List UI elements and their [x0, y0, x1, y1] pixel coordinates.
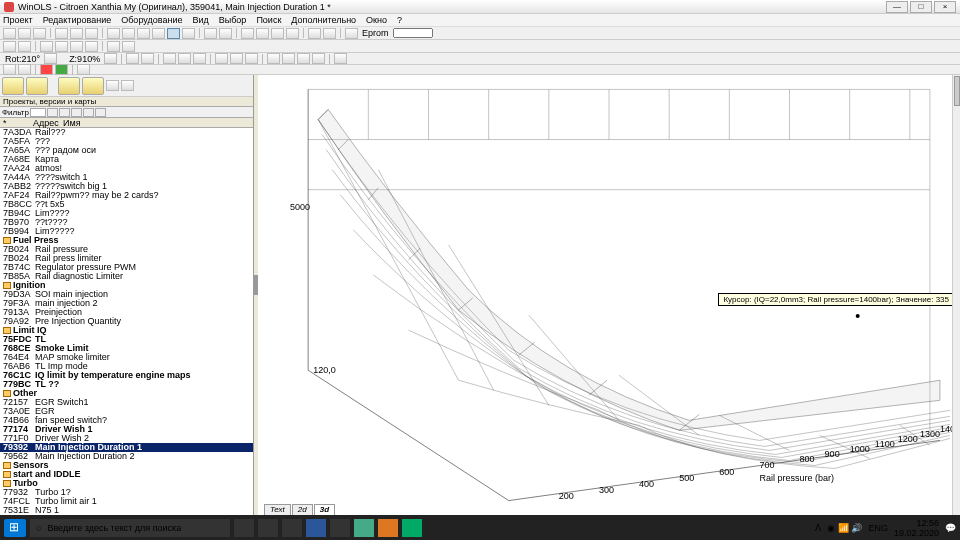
task-app3[interactable] — [354, 519, 374, 537]
menu-window[interactable]: Окно — [366, 15, 387, 25]
tree-item[interactable]: 7A3DARail??? — [0, 128, 253, 137]
t3-c[interactable] — [163, 53, 176, 64]
tree-folder[interactable]: start and IDDLE — [0, 470, 253, 479]
tree-item[interactable]: 7ABB2?????switch big 1 — [0, 182, 253, 191]
tool-first[interactable] — [107, 28, 120, 39]
3d-viewer[interactable]: 5000 120,0 Rail pressure (bar) 200300400… — [258, 75, 960, 515]
sb-folder4[interactable] — [82, 77, 104, 95]
tree-item[interactable]: 79D3ASOI main injection — [0, 290, 253, 299]
tool-a[interactable] — [204, 28, 217, 39]
tool-new[interactable] — [3, 28, 16, 39]
tool-cut[interactable] — [55, 28, 68, 39]
tree-folder[interactable]: Turbo — [0, 479, 253, 488]
taskbar-search[interactable]: ○Введите здесь текст для поиска — [30, 519, 230, 537]
t2-b[interactable] — [18, 41, 31, 52]
col-star[interactable]: * — [3, 118, 33, 127]
tool-prev[interactable] — [122, 28, 135, 39]
vscrollbar[interactable] — [952, 75, 960, 515]
tree-item[interactable]: 76C1CIQ limit by temperature engine maps — [0, 371, 253, 380]
menu-hardware[interactable]: Оборудование — [121, 15, 182, 25]
minimize-button[interactable]: — — [886, 1, 908, 13]
tree-item[interactable]: 7AA24atmos! — [0, 164, 253, 173]
t3-d[interactable] — [178, 53, 191, 64]
sb-folder2[interactable] — [26, 77, 48, 95]
filter-b5[interactable] — [95, 108, 106, 117]
t2-d[interactable] — [55, 41, 68, 52]
tree-item[interactable]: 764E4MAP smoke limiter — [0, 353, 253, 362]
tree-folder[interactable]: Limit IQ — [0, 326, 253, 335]
eprom-field[interactable] — [393, 28, 433, 38]
tree-item[interactable]: 7B024Rail press limiter — [0, 254, 253, 263]
task-cortana[interactable] — [234, 519, 254, 537]
tree-item[interactable]: 79562Main Injection Duration 2 — [0, 452, 253, 461]
tree-item[interactable]: 7B994Lim????? — [0, 227, 253, 236]
tool-stop[interactable] — [182, 28, 195, 39]
t3-a[interactable] — [126, 53, 139, 64]
t2-e[interactable] — [70, 41, 83, 52]
tree-item[interactable]: 779BCTL ?? — [0, 380, 253, 389]
t4-b[interactable] — [18, 64, 31, 75]
tool-g[interactable] — [308, 28, 321, 39]
t3-j[interactable] — [282, 53, 295, 64]
tree-item[interactable]: 73A0EEGR — [0, 407, 253, 416]
tool-play[interactable] — [137, 28, 150, 39]
t3-k[interactable] — [297, 53, 310, 64]
tool-h[interactable] — [323, 28, 336, 39]
filter-b4[interactable] — [83, 108, 94, 117]
task-app2[interactable] — [330, 519, 350, 537]
t4-a[interactable] — [3, 64, 16, 75]
tool-b[interactable] — [219, 28, 232, 39]
tree-folder[interactable]: Sensors — [0, 461, 253, 470]
tree-item[interactable]: 7AF24Rail??pwm?? may be 2 cards? — [0, 191, 253, 200]
t3-g[interactable] — [230, 53, 243, 64]
tree-item[interactable]: 79A92Pre Injection Quantity — [0, 317, 253, 326]
menu-view[interactable]: Вид — [192, 15, 208, 25]
tree-item[interactable]: 74B66fan speed switch? — [0, 416, 253, 425]
task-winols[interactable] — [402, 519, 422, 537]
tab-2d[interactable]: 2d — [292, 504, 313, 515]
tool-last[interactable] — [167, 28, 180, 39]
task-app1[interactable] — [282, 519, 302, 537]
tree-item[interactable]: 7B8CC??t 5x5 — [0, 200, 253, 209]
filter-b3[interactable] — [71, 108, 82, 117]
filter-b2[interactable] — [59, 108, 70, 117]
tool-d[interactable] — [256, 28, 269, 39]
systray[interactable]: ᐱ ◉ 📶 🔊 ENG 12:5619.02.2020 💬 — [815, 518, 956, 538]
t2-g[interactable] — [107, 41, 120, 52]
tree-item[interactable]: 77174Driver Wish 1 — [0, 425, 253, 434]
sb-x2[interactable] — [121, 80, 134, 91]
tool-i[interactable] — [345, 28, 358, 39]
tool-f[interactable] — [286, 28, 299, 39]
tree-item[interactable]: 7B024Rail pressure — [0, 245, 253, 254]
col-addr[interactable]: Адрес — [33, 118, 63, 127]
tool-next[interactable] — [152, 28, 165, 39]
tree-item[interactable]: 76AB6TL Imp mode — [0, 362, 253, 371]
task-word[interactable] — [306, 519, 326, 537]
t4-c[interactable] — [77, 64, 90, 75]
tool-save[interactable] — [33, 28, 46, 39]
tree-item[interactable]: 79392Main Injection Duration 1 — [0, 443, 253, 452]
t2-a[interactable] — [3, 41, 16, 52]
filter-b1[interactable] — [47, 108, 58, 117]
tree-item[interactable]: 7531EN75 1 — [0, 506, 253, 515]
menu-search[interactable]: Поиск — [256, 15, 281, 25]
task-app4[interactable] — [378, 519, 398, 537]
tree-folder[interactable]: Ignition — [0, 281, 253, 290]
tool-c[interactable] — [241, 28, 254, 39]
menu-select[interactable]: Выбор — [219, 15, 247, 25]
maximize-button[interactable]: □ — [910, 1, 932, 13]
tree-item[interactable]: 7A44A????switch 1 — [0, 173, 253, 182]
sb-x1[interactable] — [106, 80, 119, 91]
menu-edit[interactable]: Редактирование — [43, 15, 112, 25]
map-tree[interactable]: 7A3DARail???7A5FA???7A65A??? радом оси7A… — [0, 128, 253, 515]
t3-f[interactable] — [215, 53, 228, 64]
tree-item[interactable]: 7A5FA??? — [0, 137, 253, 146]
t3-m[interactable] — [334, 53, 347, 64]
tool-open[interactable] — [18, 28, 31, 39]
t3-b[interactable] — [141, 53, 154, 64]
tree-item[interactable]: 72157EGR Switch1 — [0, 398, 253, 407]
tool-copy[interactable] — [70, 28, 83, 39]
tree-item[interactable]: 77932Turbo 1? — [0, 488, 253, 497]
t2-f[interactable] — [85, 41, 98, 52]
t2-c[interactable] — [40, 41, 53, 52]
